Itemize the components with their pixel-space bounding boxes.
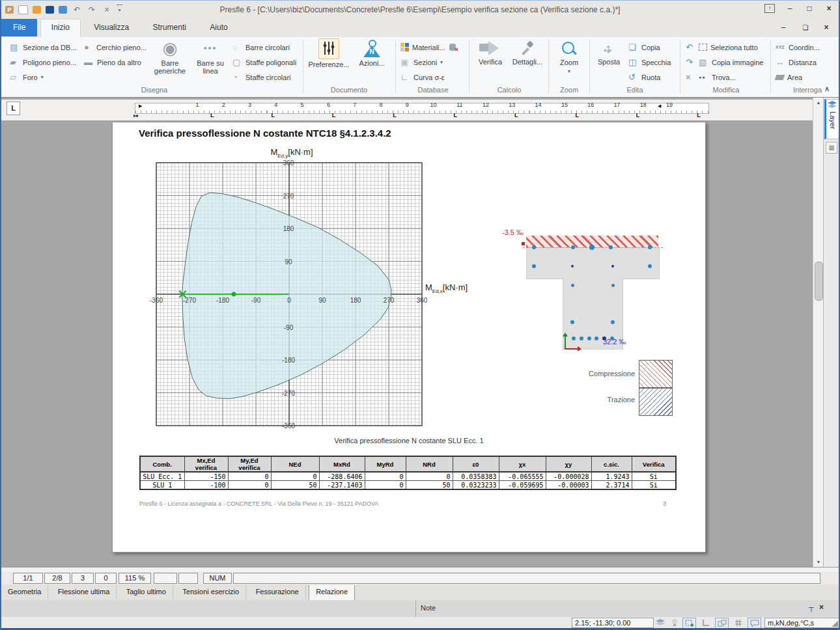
tab-visualizza[interactable]: Visualizza <box>83 19 139 36</box>
status-bar: 2.15; -11.30; 0.00 m,kN,deg,°C,s <box>1 617 839 629</box>
barre-su-linea-button[interactable]: ••• Barre su linea <box>191 38 229 75</box>
chevron-down-icon: ▾ <box>440 59 443 65</box>
status-sheet-count[interactable]: 2/8 <box>44 573 70 584</box>
status-empty-cell <box>154 573 177 584</box>
filled-circle-icon: ● <box>84 42 93 52</box>
tab-stop-L-mark[interactable]: L <box>636 113 640 118</box>
layer-panel-tab[interactable]: Layer <box>824 99 840 139</box>
vertical-scrollbar[interactable]: ▲ ▼ <box>813 98 824 568</box>
sections-icon: ▣ <box>400 57 410 67</box>
mdi-restore-button[interactable]: ❏ <box>800 23 811 33</box>
ortho-toggle-icon[interactable] <box>715 618 729 629</box>
copia-button[interactable]: ❏Copia <box>626 40 679 55</box>
tab-stop-L-mark[interactable]: L <box>454 113 458 118</box>
tab-fessurazione[interactable]: Fessurazione <box>249 584 306 599</box>
tab-flessione-ultima[interactable]: Flessione ultima <box>51 584 117 599</box>
status-empty-cell <box>178 573 198 584</box>
window-title: Presfle 6 - [C:\Users\biz\Documents\Conc… <box>1 5 839 14</box>
status-zoom-level[interactable]: 115 % <box>119 573 151 584</box>
status-num-lock: NUM <box>203 573 232 584</box>
group-label-zoom: Zoom <box>552 86 586 94</box>
tab-strumenti[interactable]: Strumenti <box>143 19 197 36</box>
grid-toggle-icon[interactable] <box>732 618 744 627</box>
tab-taglio-ultimo[interactable]: Taglio ultimo <box>120 584 173 599</box>
x-tick-label: -90 <box>246 297 266 304</box>
area-icon <box>775 75 785 80</box>
poligono-pieno-button[interactable]: ▰Poligono pieno... <box>8 55 81 70</box>
barre-circolari-button[interactable]: ◌Barre circolari <box>231 40 301 55</box>
tab-inizio[interactable]: Inizio <box>40 19 81 37</box>
properties-mini-icon[interactable]: ▦ <box>826 142 837 154</box>
table-row: SLU Ecc. 1-15000-288.6406000.0358383-0.0… <box>140 472 676 481</box>
mdi-close-button[interactable]: × <box>820 23 832 33</box>
cerchio-pieno-button[interactable]: ●Cerchio pieno... <box>82 40 148 55</box>
ruota-button[interactable]: ↺Ruota <box>626 70 679 85</box>
azioni-button[interactable]: N Azioni... <box>353 38 391 67</box>
sposta-button[interactable]: ↔ ↕ Sposta <box>593 38 625 66</box>
tab-stop-L-mark[interactable]: L <box>210 113 214 118</box>
mirror-icon: ◫ <box>628 57 638 67</box>
legend-compression-label: Compressione <box>557 370 635 377</box>
seleziona-tutto-button[interactable]: ↶Seleziona tutto <box>684 40 768 55</box>
tab-relazione[interactable]: Relazione <box>309 585 355 601</box>
tab-stop-L-mark[interactable]: L <box>575 113 579 118</box>
coordinate-button[interactable]: XYZCoordin... <box>774 40 840 55</box>
tab-stop-L-mark[interactable]: L <box>271 113 275 118</box>
tab-aiuto[interactable]: Aiuto <box>199 19 238 36</box>
status-current-page[interactable]: 3 <box>72 573 94 584</box>
specchia-button[interactable]: ◫Specchia <box>626 55 679 70</box>
maximize-button[interactable]: □ <box>804 4 815 14</box>
pieno-da-altro-button[interactable]: ▬Pieno da altro <box>82 55 148 70</box>
copia-immagine-button[interactable]: ↷▨Copia immagine <box>684 55 768 70</box>
tab-stop-L-mark[interactable]: L <box>697 113 701 118</box>
staffe-circolari-button[interactable]: ◔Staffe circolari <box>231 70 301 85</box>
trova-button[interactable]: ×●●Trova... <box>684 70 768 85</box>
materials-icon <box>400 43 409 51</box>
preferenze-button[interactable]: Preferenze... <box>307 38 350 68</box>
collapse-ribbon-icon[interactable]: ∧ <box>824 85 830 93</box>
minimize-button[interactable]: – <box>784 4 796 14</box>
tab-geometria[interactable]: Geometria <box>1 584 48 599</box>
x-tick-label: 0 <box>279 297 299 304</box>
status-page-count[interactable]: 1/1 <box>13 573 43 584</box>
scroll-up-icon[interactable]: ▲ <box>813 98 824 108</box>
database-delete-icon[interactable]: × <box>449 43 457 51</box>
resize-grip[interactable] <box>832 621 838 627</box>
group-label-documento: Documento <box>307 86 391 94</box>
mdi-minimize-button[interactable]: – <box>777 23 789 33</box>
distanza-button[interactable]: ↔Distanza <box>774 55 840 70</box>
tab-file[interactable]: File <box>1 19 37 36</box>
coordinates-readout: 2.15; -11.30; 0.00 <box>572 618 654 628</box>
ribbon-pin-icon[interactable]: ↑ <box>764 4 775 13</box>
barre-generiche-button[interactable]: ◉ Barre generiche <box>150 38 190 75</box>
verify-icon <box>479 41 501 57</box>
selection-add-toggle-icon[interactable] <box>682 618 696 629</box>
close-note-icon[interactable]: × <box>819 603 824 612</box>
tooltip-toggle-icon[interactable] <box>748 618 761 629</box>
pin-icon[interactable]: ┬ <box>809 603 814 611</box>
foro-button[interactable]: ▱Foro▾ <box>8 70 81 85</box>
area-button[interactable]: Area <box>774 70 840 85</box>
status-counter[interactable]: 0 <box>95 573 117 584</box>
scroll-down-icon[interactable]: ▼ <box>813 557 824 568</box>
group-label-database: Database <box>399 86 468 94</box>
verifica-button[interactable]: Verifica <box>473 38 508 66</box>
staffe-poligonali-button[interactable]: ▢Staffe poligonali <box>231 55 301 70</box>
curva-sigma-eps-button[interactable]: ∟Curva σ-ε <box>399 70 468 85</box>
tab-tensioni-esercizio[interactable]: Tensioni esercizio <box>176 584 246 599</box>
sezioni-button[interactable]: ▣Sezioni▾ <box>399 55 468 70</box>
chevron-down-icon: ▾ <box>568 68 570 74</box>
layers-toggle-icon[interactable] <box>654 618 666 627</box>
zoom-button[interactable]: Zoom▾ <box>552 38 586 75</box>
scrollbar-thumb[interactable] <box>815 262 823 301</box>
tab-stop-L-mark[interactable]: L <box>332 113 336 118</box>
compression-zone-hatch <box>526 236 658 247</box>
sezione-da-db-button[interactable]: ▤Sezione da DB... <box>8 40 81 55</box>
materiali-button[interactable]: Materiali... × <box>399 40 468 55</box>
lightbulb-toggle-icon[interactable] <box>668 618 680 627</box>
tab-stop-L-mark[interactable]: L <box>393 113 397 118</box>
axes-toggle-icon[interactable] <box>699 618 712 627</box>
close-button[interactable]: × <box>823 4 835 14</box>
tab-stop-L-mark[interactable]: L <box>514 113 518 118</box>
dettagli-button[interactable]: Dettagli... <box>509 38 546 66</box>
